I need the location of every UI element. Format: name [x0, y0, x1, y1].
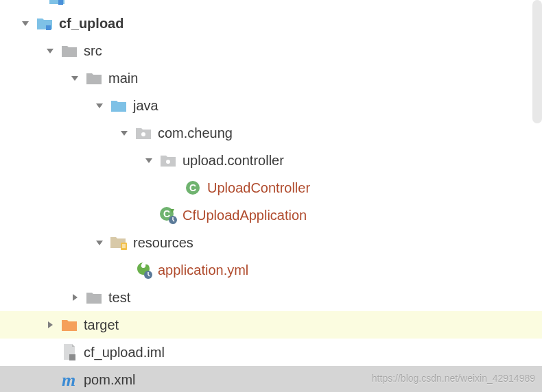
svg-text:C: C — [163, 208, 170, 219]
tree-node-label: CfUploadApplication — [182, 208, 307, 223]
tree-node-src[interactable]: src — [0, 37, 542, 64]
expand-arrow-icon[interactable] — [45, 46, 55, 56]
collapse-arrow-icon[interactable] — [45, 320, 55, 330]
tree-node-label: cf_upload — [59, 16, 123, 32]
tree-node-test[interactable]: test — [0, 284, 542, 311]
svg-point-2 — [141, 132, 145, 136]
expand-arrow-icon[interactable] — [95, 238, 104, 247]
tree-node-package-root[interactable]: com.cheung — [0, 119, 542, 147]
spring-boot-app-icon: C — [159, 206, 177, 224]
tree-node-project[interactable]: cf_upload — [0, 10, 542, 37]
tree-node-label: test — [108, 290, 130, 306]
tree-node-package-controller[interactable]: upload.controller — [0, 147, 542, 174]
resources-folder-icon — [110, 234, 128, 252]
expand-arrow-icon[interactable] — [119, 128, 129, 138]
iml-file-icon — [60, 343, 78, 361]
tree-node-label: application.yml — [158, 262, 248, 278]
tree-node-label: java — [133, 98, 158, 114]
tree-node-java[interactable]: java — [0, 92, 542, 119]
package-icon — [134, 124, 152, 142]
svg-text:m: m — [62, 371, 75, 389]
tree-node-cf-upload-application[interactable]: C CfUploadApplication — [0, 201, 542, 229]
tree-node-label: resources — [133, 235, 193, 251]
tree-node-label: main — [108, 71, 138, 86]
module-icon — [48, 0, 66, 7]
expand-arrow-icon[interactable] — [21, 19, 30, 28]
svg-rect-0 — [58, 0, 63, 5]
tree-node-label: pom.xml — [84, 372, 136, 388]
maven-pom-icon: m — [60, 371, 78, 389]
java-class-icon: C — [184, 179, 202, 197]
watermark-text: https://blog.csdn.net/weixin_42914989 — [372, 373, 535, 384]
tree-node-label: target — [84, 317, 119, 333]
module-icon — [36, 14, 54, 32]
expand-arrow-icon[interactable] — [95, 101, 104, 110]
tree-node-label: cf_upload.iml — [84, 345, 165, 360]
tree-node-label: upload.controller — [182, 153, 284, 169]
svg-point-3 — [166, 160, 170, 164]
tree-node-application-yml[interactable]: application.yml — [0, 256, 542, 284]
tree-node-upload-controller[interactable]: C UploadController — [0, 174, 542, 201]
tree-node-label: src — [84, 43, 102, 59]
svg-rect-11 — [69, 354, 75, 360]
folder-icon — [60, 42, 78, 60]
tree-node-main[interactable]: main — [0, 64, 542, 92]
package-icon — [159, 151, 177, 169]
tree-node-iml[interactable]: cf_upload.iml — [0, 339, 542, 366]
excluded-folder-icon — [60, 316, 78, 334]
expand-arrow-icon[interactable] — [144, 156, 154, 165]
folder-icon — [85, 69, 103, 87]
svg-rect-1 — [46, 25, 51, 30]
tree-node-label: com.cheung — [158, 125, 233, 141]
tree-node-target[interactable]: target — [0, 311, 542, 339]
expand-arrow-icon[interactable] — [70, 73, 80, 83]
tree-node-label: UploadController — [207, 180, 310, 196]
svg-text:C: C — [189, 182, 196, 193]
tree-node-resources[interactable]: resources — [0, 229, 542, 256]
collapse-arrow-icon[interactable] — [70, 293, 80, 302]
folder-icon — [85, 289, 103, 306]
spring-config-icon — [134, 261, 152, 279]
source-folder-icon — [110, 97, 128, 114]
vertical-scrollbar[interactable] — [532, 0, 542, 123]
